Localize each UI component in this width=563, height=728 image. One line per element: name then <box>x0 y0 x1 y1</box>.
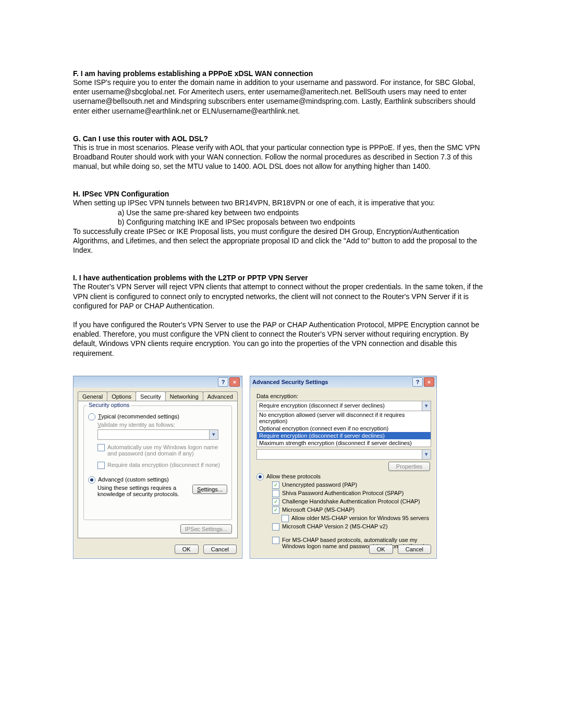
tab-security[interactable]: Security <box>136 391 166 401</box>
typical-radio-row[interactable]: Typical (recommended settings) <box>88 413 227 421</box>
mschap2-checkbox[interactable] <box>272 523 279 530</box>
chevron-down-icon[interactable]: ▾ <box>422 401 431 411</box>
section-i-title: I. I have authentication problems with t… <box>73 274 490 282</box>
mschap-label: Microsoft CHAP (MS-CHAP) <box>282 507 354 513</box>
ipsec-settings-button: IPSec Settings... <box>180 524 232 534</box>
allow-protocols-radio-input[interactable] <box>256 473 264 480</box>
security-options-legend: Security options <box>87 402 131 408</box>
typical-radio[interactable] <box>88 413 95 421</box>
require-enc-label: Require data encryption (disconnect if n… <box>107 462 220 468</box>
section-f-body: Some ISP's require you to enter the doma… <box>73 78 490 116</box>
ok-button[interactable]: OK <box>369 545 393 554</box>
chevron-down-icon: ▾ <box>422 450 431 459</box>
advanced-security-dialog: Advanced Security Settings ? × Data encr… <box>250 376 437 559</box>
dialog-screenshots: ? × General Options Security Networking … <box>73 376 490 559</box>
auto-logon-label: Automatically use my Windows logon name … <box>107 444 227 456</box>
section-g-body: This is true in most scenarios. Please v… <box>73 143 490 171</box>
mschap-old-checkbox[interactable] <box>282 515 289 522</box>
spap-label: Shiva Password Authentication Protocol (… <box>282 490 403 496</box>
section-h-item-b: b) Configuring matching IKE and IPSec pr… <box>118 217 490 227</box>
mschap-check[interactable]: Microsoft CHAP (MS-CHAP) <box>272 507 430 514</box>
close-icon[interactable]: × <box>424 377 434 387</box>
dialog2-titlebar: Advanced Security Settings ? × <box>250 376 436 388</box>
auto-logon-checkbox <box>97 444 105 451</box>
section-h-intro: When setting up IPSec VPN tunnels betwee… <box>73 198 490 207</box>
dialog1-titlebar: ? × <box>74 376 242 388</box>
dialog2-title: Advanced Security Settings <box>252 379 328 385</box>
advanced-note: Using these settings requires a knowledg… <box>97 485 192 497</box>
data-encryption-label: Data encryption: <box>256 393 430 399</box>
section-f-title: F. I am having problems establishing a P… <box>73 69 490 78</box>
dialog1-buttons: OK Cancel <box>172 545 237 554</box>
enc-opt-2[interactable]: Require encryption (disconnect if server… <box>257 432 431 439</box>
spap-check[interactable]: Shiva Password Authentication Protocol (… <box>272 490 430 497</box>
tab-general[interactable]: General <box>78 391 107 401</box>
enc-opt-3[interactable]: Maximum strength encryption (disconnect … <box>257 439 431 447</box>
security-options-group: Security options Typical (recommended se… <box>83 405 232 520</box>
tab-networking[interactable]: Networking <box>165 391 203 401</box>
validate-label: Validate my identity as follows: <box>97 422 227 428</box>
cancel-button[interactable]: Cancel <box>398 545 431 554</box>
enc-opt-0[interactable]: No encryption allowed (server will disco… <box>257 411 431 425</box>
dialog2-body: Data encryption: Require encryption (dis… <box>250 388 436 539</box>
chap-checkbox[interactable] <box>272 498 279 505</box>
mschap-checkbox[interactable] <box>272 507 279 514</box>
tab-options[interactable]: Options <box>107 391 136 401</box>
mschap2-check[interactable]: Microsoft CHAP Version 2 (MS-CHAP v2) <box>272 523 430 530</box>
cancel-button[interactable]: Cancel <box>203 545 237 554</box>
typical-label: Typical (recommended settings) <box>98 413 179 419</box>
auto-logon-check: Automatically use my Windows logon name … <box>97 444 227 456</box>
validate-select: ▾ <box>97 429 218 440</box>
close-icon[interactable]: × <box>229 377 240 387</box>
require-enc-checkbox <box>97 462 105 469</box>
section-i-p1: The Router's VPN Server will reject VPN … <box>73 282 490 311</box>
allow-protocols-label: Allow these protocols <box>266 473 321 479</box>
chap-check[interactable]: Challenge Handshake Authentication Proto… <box>272 498 430 505</box>
advanced-radio[interactable] <box>88 476 95 484</box>
chap-label: Challenge Handshake Authentication Proto… <box>282 498 420 504</box>
properties-button: Properties <box>388 462 430 471</box>
pap-check[interactable]: Unencrypted password (PAP) <box>272 482 430 489</box>
pap-label: Unencrypted password (PAP) <box>282 482 357 488</box>
dialog2-buttons: OK Cancel <box>366 545 431 554</box>
spap-checkbox[interactable] <box>272 490 279 497</box>
encryption-select[interactable]: Require encryption (disconnect if server… <box>256 401 431 411</box>
section-g-title: G. Can I use this router with AOL DSL? <box>73 134 490 143</box>
document-page: F. I am having problems establishing a P… <box>0 0 563 728</box>
advanced-radio-row[interactable]: Advanced (custom settings) <box>88 476 227 484</box>
help-icon[interactable]: ? <box>412 377 423 387</box>
require-enc-check: Require data encryption (disconnect if n… <box>97 462 227 469</box>
disabled-select: ▾ <box>256 449 431 460</box>
vpn-properties-dialog: ? × General Options Security Networking … <box>73 376 242 559</box>
mschap-old-check[interactable]: Allow older MS-CHAP version for Windows … <box>282 515 430 522</box>
section-h-item-a: a) Use the same pre-shared key between t… <box>118 208 490 217</box>
chevron-down-icon: ▾ <box>209 430 218 439</box>
mschap2-label: Microsoft CHAP Version 2 (MS-CHAP v2) <box>282 523 388 529</box>
advanced-label: Advanced (custom settings) <box>98 476 169 483</box>
allow-protocols-radio[interactable]: Allow these protocols <box>256 473 430 480</box>
mschap-old-label: Allow older MS-CHAP version for Windows … <box>291 515 429 521</box>
section-h-title: H. IPSec VPN Configuration <box>73 190 490 198</box>
section-i-p2: If you have configured the Router's VPN … <box>73 320 490 358</box>
ok-button[interactable]: OK <box>175 545 199 554</box>
tab-advanced[interactable]: Advanced <box>203 391 238 401</box>
dialog1-tabs: General Options Security Networking Adva… <box>74 388 242 401</box>
enc-opt-1[interactable]: Optional encryption (connect even if no … <box>257 425 431 432</box>
pap-checkbox[interactable] <box>272 482 279 489</box>
settings-button[interactable]: Settings... <box>192 485 227 494</box>
dialog1-body: Security options Typical (recommended se… <box>78 401 238 538</box>
encryption-value: Require encryption (disconnect if server… <box>257 401 422 411</box>
section-h-after: To successfully create IPSec or IKE Prop… <box>73 227 490 255</box>
encryption-options-list[interactable]: No encryption allowed (server will disco… <box>256 411 431 447</box>
help-icon[interactable]: ? <box>218 377 228 387</box>
auto-ms-checkbox[interactable] <box>272 537 279 544</box>
